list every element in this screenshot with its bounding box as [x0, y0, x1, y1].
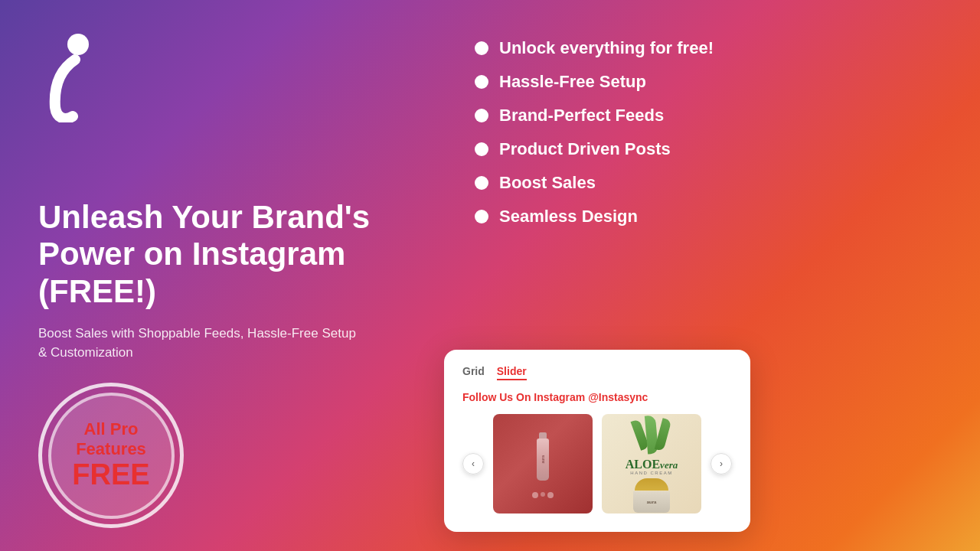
bullet-icon: [475, 142, 488, 156]
feature-text-2: Hassle-Free Setup: [499, 72, 646, 92]
bullet-icon: [475, 75, 488, 89]
feature-text-1: Unlock everything for free!: [499, 38, 714, 58]
tab-grid[interactable]: Grid: [462, 365, 485, 380]
feature-text-4: Product Driven Posts: [499, 139, 671, 159]
jar-brand-label: aura: [647, 500, 657, 504]
widget-prev-button[interactable]: ‹: [462, 453, 484, 474]
feature-item-4: Product Driven Posts: [475, 139, 934, 159]
bullet-icon: [475, 109, 488, 122]
hero-title: Unleash Your Brand's Power on Instagram …: [38, 199, 406, 310]
feature-item-2: Hassle-Free Setup: [475, 72, 934, 92]
feature-text-6: Seamless Design: [499, 207, 638, 227]
product1-brand-label: aura: [541, 455, 545, 464]
feature-item-6: Seamless Design: [475, 207, 934, 227]
feature-text-3: Brand-Perfect Feeds: [499, 106, 664, 126]
right-panel: Unlock everything for free! Hassle-Free …: [444, 0, 980, 551]
bullet-icon: [475, 41, 488, 55]
badge-free: FREE: [72, 459, 149, 491]
svg-point-0: [67, 34, 89, 55]
features-list: Unlock everything for free! Hassle-Free …: [475, 38, 934, 240]
aloe-sub: HAND CREAM: [626, 471, 678, 475]
bullet-icon: [475, 210, 488, 223]
badge-line1: All Pro Features: [76, 419, 146, 460]
product-image-1: aura: [493, 414, 593, 514]
instagram-widget-card: Grid Slider Follow Us On Instagram @Inst…: [444, 350, 750, 532]
widget-tabs: Grid Slider: [462, 365, 732, 380]
aloe-title: ALOE: [626, 458, 660, 471]
feature-item-3: Brand-Perfect Feeds: [475, 106, 934, 126]
pro-features-badge: All Pro Features FREE: [38, 383, 184, 528]
feature-item-1: Unlock everything for free!: [475, 38, 934, 58]
hero-subtitle: Boost Sales with Shoppable Feeds, Hassle…: [38, 324, 360, 363]
widget-follow-title: Follow Us On Instagram @Instasync: [462, 391, 732, 403]
feature-text-5: Boost Sales: [499, 173, 596, 193]
feature-item-5: Boost Sales: [475, 173, 934, 193]
aloe-italic: vera: [660, 459, 678, 471]
app-logo: [38, 31, 92, 122]
widget-next-button[interactable]: ›: [710, 453, 732, 474]
widget-handle: @Instasync: [588, 391, 648, 403]
widget-images-row: ‹ aura: [462, 414, 732, 514]
tab-slider[interactable]: Slider: [497, 365, 527, 380]
left-panel: Unleash Your Brand's Power on Instagram …: [0, 0, 444, 551]
product-image-2: ALOEvera HAND CREAM aura: [602, 414, 701, 514]
bullet-icon: [475, 176, 488, 190]
